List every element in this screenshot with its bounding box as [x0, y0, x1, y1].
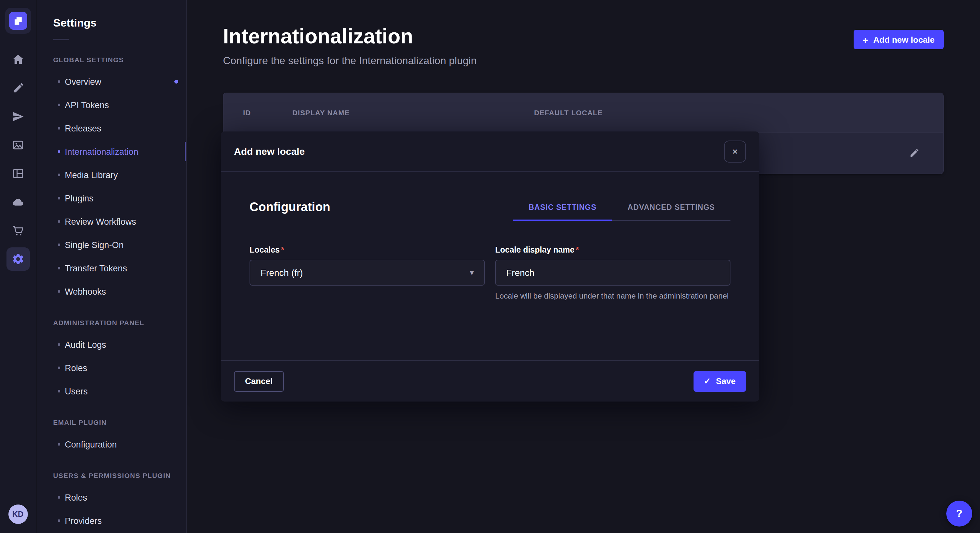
- content-manager-icon: [11, 82, 24, 95]
- sidebar-item-releases[interactable]: Releases: [37, 117, 186, 140]
- sidebar-item-transfer-tokens[interactable]: Transfer Tokens: [37, 257, 186, 280]
- section-label: EMAIL PLUGIN: [53, 418, 186, 426]
- column-header-display-name: DISPLAY NAME: [292, 109, 534, 117]
- pencil-icon: [908, 148, 920, 159]
- releases-nav-button[interactable]: [6, 105, 30, 128]
- user-avatar[interactable]: KD: [8, 504, 27, 524]
- save-button[interactable]: ✓ Save: [693, 371, 746, 392]
- configuration-heading: Configuration: [250, 200, 330, 221]
- strapi-logo-button[interactable]: [5, 8, 31, 34]
- settings-sidebar-title: Settings: [53, 17, 186, 30]
- display-name-label: Locale display name *: [495, 246, 730, 254]
- home-nav-button[interactable]: [6, 48, 30, 71]
- sidebar-item-up-roles[interactable]: Roles: [37, 486, 186, 509]
- media-library-icon: [11, 139, 24, 152]
- column-header-id: ID: [243, 109, 292, 117]
- sidebar-item-single-sign-on[interactable]: Single Sign-On: [37, 233, 186, 257]
- sidebar-item-up-providers[interactable]: Providers: [37, 509, 186, 532]
- sidebar-item-users[interactable]: Users: [37, 379, 186, 403]
- media-library-nav-button[interactable]: [6, 133, 30, 157]
- section-email-plugin: EMAIL PLUGIN Configuration: [53, 418, 186, 456]
- sidebar-item-api-tokens[interactable]: API Tokens: [37, 93, 186, 117]
- sidebar-item-review-workflows[interactable]: Review Workflows: [37, 210, 186, 233]
- content-type-builder-nav-button[interactable]: [6, 162, 30, 185]
- cart-icon: [11, 224, 24, 237]
- display-name-hint: Locale will be displayed under that name…: [495, 291, 730, 302]
- sidebar-item-overview[interactable]: Overview: [37, 70, 186, 93]
- sidebar-item-webhooks[interactable]: Webhooks: [37, 280, 186, 303]
- cloud-nav-button[interactable]: [6, 190, 30, 214]
- section-global-settings: GLOBAL SETTINGS Overview API Tokens Rele…: [53, 56, 186, 303]
- display-name-field: Locale display name * Locale will be dis…: [495, 246, 730, 302]
- settings-sidebar: Settings GLOBAL SETTINGS Overview API To…: [37, 0, 187, 533]
- settings-nav-button[interactable]: [6, 247, 30, 271]
- strapi-mark-icon: [11, 14, 24, 27]
- locales-field: Locales * French (fr) ▾: [250, 246, 485, 302]
- locales-select[interactable]: French (fr) ▾: [250, 260, 485, 286]
- sidebar-item-plugins[interactable]: Plugins: [37, 187, 186, 210]
- page-subtitle: Configure the settings for the Internati…: [223, 55, 477, 67]
- content-manager-nav-button[interactable]: [6, 76, 30, 100]
- question-mark-icon: ?: [956, 508, 963, 519]
- section-users-permissions-plugin: USERS & PERMISSIONS PLUGIN Roles Provide…: [53, 471, 186, 532]
- page-title: Internationalization: [223, 25, 477, 49]
- section-label: ADMINISTRATION PANEL: [53, 319, 186, 327]
- marketplace-nav-button[interactable]: [6, 219, 30, 242]
- required-asterisk: *: [576, 246, 579, 254]
- section-label: USERS & PERMISSIONS PLUGIN: [53, 471, 186, 479]
- tab-advanced-settings[interactable]: ADVANCED SETTINGS: [612, 203, 730, 220]
- modal-title: Add new locale: [234, 146, 305, 157]
- modal-body: Configuration BASIC SETTINGS ADVANCED SE…: [221, 171, 759, 360]
- edit-locale-button[interactable]: [904, 143, 924, 163]
- cancel-button[interactable]: Cancel: [234, 371, 283, 392]
- gear-icon: [11, 252, 24, 265]
- section-administration-panel: ADMINISTRATION PANEL Audit Logs Roles Us…: [53, 319, 186, 403]
- home-icon: [11, 53, 24, 66]
- sidebar-item-email-configuration[interactable]: Configuration: [37, 433, 186, 456]
- display-name-input[interactable]: [495, 260, 730, 286]
- page-header: Internationalization Configure the setti…: [223, 25, 944, 67]
- notification-dot: [174, 80, 178, 84]
- close-modal-button[interactable]: ×: [724, 140, 746, 162]
- help-button[interactable]: ?: [946, 501, 972, 527]
- main-nav-rail: KD: [0, 0, 36, 533]
- column-header-default-locale: DEFAULT LOCALE: [534, 109, 924, 117]
- modal-tabs: BASIC SETTINGS ADVANCED SETTINGS: [513, 203, 730, 221]
- cloud-icon: [11, 195, 24, 209]
- sidebar-item-admin-roles[interactable]: Roles: [37, 356, 186, 379]
- required-asterisk: *: [281, 246, 284, 254]
- check-icon: ✓: [703, 377, 711, 385]
- tab-basic-settings[interactable]: BASIC SETTINGS: [513, 203, 612, 220]
- locales-label: Locales *: [250, 246, 485, 254]
- sidebar-item-audit-logs[interactable]: Audit Logs: [37, 333, 186, 356]
- plus-icon: +: [862, 35, 868, 44]
- paper-plane-icon: [11, 110, 24, 123]
- sidebar-item-internationalization[interactable]: Internationalization: [37, 140, 186, 163]
- modal-footer: Cancel ✓ Save: [221, 360, 759, 401]
- layout-icon: [11, 167, 24, 180]
- app-root: KD Settings GLOBAL SETTINGS Overview API…: [0, 0, 980, 533]
- locales-select-value: French (fr): [261, 268, 303, 278]
- add-new-locale-button[interactable]: + Add new locale: [853, 30, 944, 49]
- strapi-logo-icon: [9, 12, 27, 30]
- section-label: GLOBAL SETTINGS: [53, 56, 186, 63]
- sidebar-item-media-library[interactable]: Media Library: [37, 163, 186, 187]
- modal-header: Add new locale ×: [221, 132, 759, 171]
- close-icon: ×: [732, 146, 738, 156]
- add-locale-modal: Add new locale × Configuration BASIC SET…: [221, 132, 759, 401]
- chevron-down-icon: ▾: [470, 269, 474, 276]
- sidebar-divider: [53, 39, 69, 40]
- table-header: ID DISPLAY NAME DEFAULT LOCALE: [224, 93, 943, 132]
